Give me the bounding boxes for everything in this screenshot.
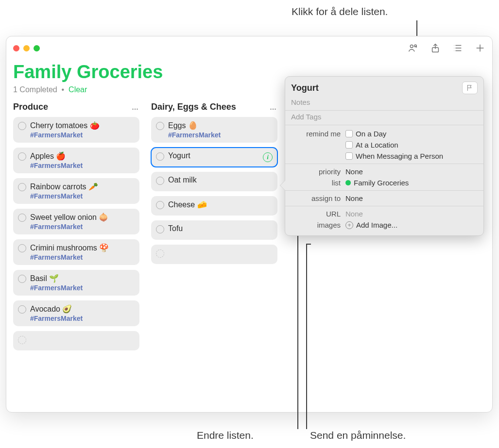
remind-option-row[interactable]: When Messaging a Person <box>345 152 478 160</box>
reminder-tag[interactable]: #FarmersMarket <box>30 284 135 292</box>
complete-toggle[interactable] <box>18 152 26 161</box>
reminder-card[interactable]: Basil 🌱 #FarmersMarket <box>13 270 139 296</box>
complete-toggle[interactable] <box>18 122 26 130</box>
clear-button[interactable]: Clear <box>69 85 87 94</box>
priority-label: priority <box>291 167 345 176</box>
tags-field[interactable]: Add Tags <box>285 110 483 125</box>
reminder-tag[interactable]: #FarmersMarket <box>168 131 273 139</box>
remind-option-row[interactable]: On a Day <box>345 130 478 138</box>
reminder-title: Rainbow carrots 🥕 <box>30 182 135 191</box>
remind-row: At a Location <box>285 139 483 150</box>
minimize-window-button[interactable] <box>23 45 30 51</box>
remind-label: remind me <box>291 130 345 138</box>
add-icon[interactable] <box>475 43 485 53</box>
reminder-tag[interactable]: #FarmersMarket <box>30 223 135 231</box>
titlebar <box>6 36 492 60</box>
column-more-button[interactable]: … <box>132 103 139 111</box>
svg-point-0 <box>410 45 413 48</box>
column-header: Produce … <box>13 102 139 112</box>
column-more-button[interactable]: … <box>270 103 277 111</box>
complete-toggle[interactable] <box>18 305 26 314</box>
new-reminder-icon <box>156 249 164 258</box>
reminder-title: Cheese 🧀 <box>168 200 273 209</box>
complete-toggle[interactable] <box>18 214 26 222</box>
column-header: Dairy, Eggs & Chees … <box>151 102 277 112</box>
reminder-tag[interactable]: #FarmersMarket <box>30 315 135 322</box>
reminder-title: Yogurt <box>168 151 273 160</box>
callout-assign-label: Send en påminnelse. <box>310 430 406 441</box>
reminder-tag[interactable]: #FarmersMarket <box>30 253 135 261</box>
fullscreen-window-button[interactable] <box>34 45 40 51</box>
add-image-icon: + <box>345 221 353 229</box>
collaborate-icon[interactable] <box>408 43 418 53</box>
assign-value[interactable]: None <box>345 194 478 202</box>
reminder-card[interactable]: Avocado 🥑 #FarmersMarket <box>13 300 139 326</box>
popover-title: Yogurt <box>291 83 319 93</box>
remind-option-row[interactable]: At a Location <box>345 141 478 149</box>
reminder-title: Basil 🌱 <box>30 274 135 283</box>
info-button[interactable]: i <box>263 152 273 162</box>
share-icon[interactable] <box>430 43 441 53</box>
reminder-card[interactable]: Sweet yellow onion 🧅 #FarmersMarket <box>13 209 139 234</box>
assign-label: assign to <box>291 194 345 202</box>
priority-value[interactable]: None <box>345 167 478 176</box>
notes-field[interactable]: Notes <box>285 96 483 110</box>
new-reminder-placeholder[interactable] <box>13 331 139 350</box>
images-value[interactable]: + Add Image... <box>345 221 478 229</box>
complete-toggle[interactable] <box>18 275 26 283</box>
complete-toggle[interactable] <box>156 122 164 130</box>
complete-toggle[interactable] <box>156 152 164 161</box>
reminder-card[interactable]: Eggs 🥚 #FarmersMarket <box>151 117 277 143</box>
reminder-card[interactable]: Cherry tomatoes 🍅 #FarmersMarket <box>13 117 139 143</box>
remind-option-label: When Messaging a Person <box>356 152 443 160</box>
assign-row[interactable]: assign to None <box>285 193 483 204</box>
url-row[interactable]: URL None <box>285 208 483 219</box>
complete-toggle[interactable] <box>18 183 26 191</box>
priority-row[interactable]: priority None <box>285 166 483 177</box>
reminder-card[interactable]: Oat milk <box>151 172 277 191</box>
reminder-card[interactable]: Rainbow carrots 🥕 #FarmersMarket <box>13 178 139 204</box>
list-color-dot <box>345 180 351 185</box>
reminder-card[interactable]: Tofu <box>151 220 277 240</box>
reminder-card[interactable]: Cheese 🧀 <box>151 196 277 216</box>
flag-button[interactable] <box>462 82 478 94</box>
reminder-title: Sweet yellow onion 🧅 <box>30 213 135 222</box>
complete-toggle[interactable] <box>156 177 164 185</box>
new-reminder-placeholder[interactable] <box>151 245 277 264</box>
complete-toggle[interactable] <box>156 201 164 209</box>
complete-toggle[interactable] <box>18 244 26 252</box>
view-icon[interactable] <box>452 43 463 53</box>
reminder-title: Oat milk <box>168 176 273 184</box>
reminder-title: Eggs 🥚 <box>168 121 273 130</box>
reminder-title: Avocado 🥑 <box>30 304 135 314</box>
reminder-card[interactable]: Crimini mushrooms 🍄 #FarmersMarket <box>13 239 139 265</box>
remind-location-checkbox[interactable] <box>345 141 353 149</box>
column-title: Produce <box>13 102 48 112</box>
reminder-tag[interactable]: #FarmersMarket <box>30 131 135 139</box>
toolbar <box>408 43 485 53</box>
reminder-title: Tofu <box>168 224 273 233</box>
reminder-card-selected[interactable]: Yogurt i <box>151 148 277 167</box>
remind-day-checkbox[interactable] <box>345 130 353 137</box>
list-value[interactable]: Family Groceries <box>345 179 478 187</box>
details-popover: Yogurt Notes Add Tags remind me On a Day… <box>285 76 484 236</box>
list-row[interactable]: list Family Groceries <box>285 177 483 188</box>
completed-count: 1 Completed <box>13 85 57 94</box>
callout-list-label: Endre listen. <box>197 430 254 441</box>
window-controls <box>13 45 40 51</box>
reminder-card[interactable]: Apples 🍎 #FarmersMarket <box>13 148 139 173</box>
reminder-tag[interactable]: #FarmersMarket <box>30 162 135 169</box>
url-value[interactable]: None <box>345 210 478 218</box>
images-label: images <box>291 221 345 229</box>
remind-messaging-checkbox[interactable] <box>345 152 353 160</box>
images-row[interactable]: images + Add Image... <box>285 219 483 231</box>
reminder-title: Apples 🍎 <box>30 151 135 161</box>
column-dairy: Dairy, Eggs & Chees … Eggs 🥚 #FarmersMar… <box>151 102 277 355</box>
remind-option-label: On a Day <box>356 130 386 138</box>
reminder-tag[interactable]: #FarmersMarket <box>30 192 135 200</box>
close-window-button[interactable] <box>13 45 19 51</box>
callout-list-line <box>297 223 298 429</box>
complete-toggle[interactable] <box>156 225 164 233</box>
callout-share-label: Klikk for å dele listen. <box>292 6 388 17</box>
remind-row: remind me On a Day <box>285 128 483 139</box>
